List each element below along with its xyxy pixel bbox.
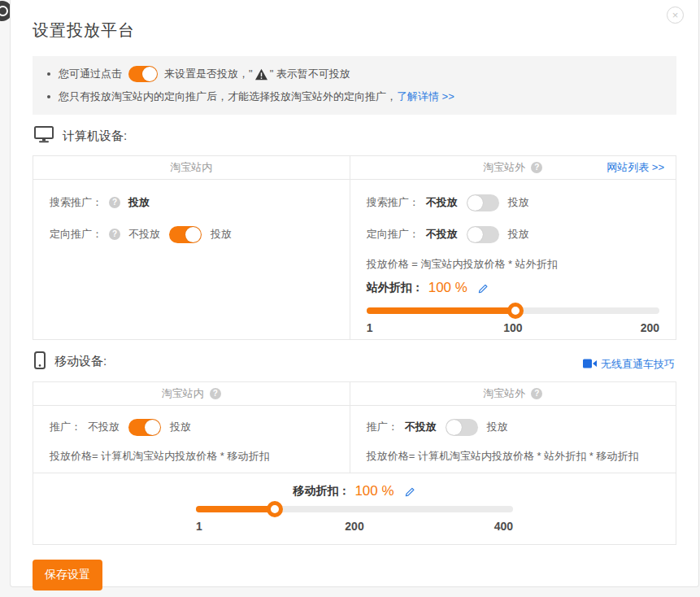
wireless-tips-link[interactable]: 无线直通车技巧 xyxy=(583,357,675,372)
toggle-knob xyxy=(467,195,483,211)
notice-text: " 表示暂不可投放 xyxy=(270,67,350,81)
close-icon[interactable]: × xyxy=(667,7,684,24)
help-icon[interactable]: ? xyxy=(210,388,221,399)
toggle-knob xyxy=(446,420,462,435)
slider-track[interactable] xyxy=(367,307,659,314)
mobile-onsite-promo-toggle[interactable] xyxy=(128,419,161,436)
edit-icon[interactable] xyxy=(477,282,489,294)
tick-max: 400 xyxy=(494,520,513,533)
help-icon[interactable]: ? xyxy=(109,197,120,208)
computer-offsite-target-toggle[interactable] xyxy=(467,226,499,243)
slider-handle[interactable] xyxy=(507,303,524,319)
save-settings-button[interactable]: 保存设置 xyxy=(33,560,102,590)
mobile-discount-line: 移动折扣： 100 % xyxy=(33,483,676,499)
help-icon[interactable]: ? xyxy=(109,229,120,240)
toggle-knob xyxy=(467,227,483,242)
site-list-link[interactable]: 网站列表 >> xyxy=(607,160,664,175)
header-label: 淘宝站外 xyxy=(483,386,525,401)
offsite-price-formula: 投放价格 = 淘宝站内投放价格 * 站外折扣 xyxy=(367,257,659,272)
mobile-offsite-cell: 推广： 不投放 投放 投放价格= 计算机淘宝站内投放价格 * 站外折扣 * 移动… xyxy=(350,406,676,473)
tick-min: 1 xyxy=(367,321,373,334)
slider-track[interactable] xyxy=(196,506,513,512)
toggle-on-label: 投放 xyxy=(508,195,529,210)
mobile-offsite-header: 淘宝站外 ? xyxy=(350,382,676,406)
mobile-section-label: 移动设备: xyxy=(54,354,107,369)
row-label: 定向推广： xyxy=(367,227,420,242)
offsite-discount-value: 100 % xyxy=(428,280,467,296)
mobile-discount-value: 100 % xyxy=(354,483,393,499)
discount-label: 移动折扣： xyxy=(293,484,350,499)
computer-section-label: 计算机设备: xyxy=(63,129,127,144)
set-platform-dialog: × 设置投放平台 您可通过点击 来设置是否投放，" " 表示暂不可投放 您只有投… xyxy=(10,0,699,587)
slider-fill xyxy=(196,506,276,512)
notice-line-1: 您可通过点击 来设置是否投放，" " 表示暂不可投放 xyxy=(47,63,662,85)
row-label: 推广： xyxy=(367,420,398,434)
mobile-onsite-cell: 推广： 不投放 投放 投放价格= 计算机淘宝站内投放价格 * 移动折扣 xyxy=(33,406,350,473)
slider-ticks: 1 100 200 xyxy=(367,321,659,336)
toggle-knob xyxy=(142,67,157,81)
mobile-onsite-header: 淘宝站内 ? xyxy=(33,382,350,406)
row-label: 推广： xyxy=(50,420,81,434)
search-status-value: 投放 xyxy=(128,195,150,210)
demo-toggle[interactable] xyxy=(128,66,158,82)
computer-onsite-search-row: 搜索推广： ? 投放 xyxy=(50,193,333,212)
mobile-onsite-promo-row: 推广： 不投放 投放 xyxy=(50,417,333,437)
bullet-icon xyxy=(47,95,50,98)
computer-onsite-target-row: 定向推广： ? 不投放 投放 xyxy=(50,224,333,244)
mobile-section-title: 移动设备: xyxy=(34,351,107,372)
mobile-offsite-promo-row: 推广： 不投放 投放 xyxy=(367,417,659,437)
page-title: 设置投放平台 xyxy=(33,20,676,41)
edit-icon[interactable] xyxy=(404,486,416,498)
notice-box: 您可通过点击 来设置是否投放，" " 表示暂不可投放 您只有投放淘宝站内的定向推… xyxy=(33,56,676,115)
slider-ticks: 1 200 400 xyxy=(196,520,513,534)
offsite-discount-slider: 1 100 200 xyxy=(367,307,659,336)
header-label: 淘宝站内 xyxy=(162,386,204,401)
tick-mid: 200 xyxy=(345,520,363,533)
notice-line-2: 您只有投放淘宝站内的定向推广后，才能选择投放淘宝站外的定向推广， 了解详情 >> xyxy=(47,85,662,108)
row-label: 搜索推广： xyxy=(50,195,102,210)
warning-icon xyxy=(254,68,268,81)
slider-handle[interactable] xyxy=(267,501,283,517)
toggle-on-label: 投放 xyxy=(211,227,232,242)
computer-icon xyxy=(34,126,54,146)
toggle-knob xyxy=(185,227,201,242)
toggle-off-label: 不投放 xyxy=(405,420,437,434)
computer-offsite-cell: 搜索推广： 不投放 投放 定向推广： 不投放 投放 投放价格 = 淘宝站内投放价… xyxy=(350,180,676,339)
computer-offsite-search-toggle[interactable] xyxy=(467,194,499,211)
computer-onsite-target-toggle[interactable] xyxy=(169,226,202,243)
offsite-discount-row: 站外折扣： 100 % xyxy=(367,280,659,296)
slider-fill xyxy=(367,307,516,314)
toggle-on-label: 投放 xyxy=(487,420,508,434)
computer-onsite-header: 淘宝站内 xyxy=(33,156,350,180)
mobile-offsite-promo-toggle[interactable] xyxy=(446,419,478,436)
toggle-on-label: 投放 xyxy=(170,420,191,434)
help-icon[interactable]: ? xyxy=(531,162,542,173)
video-icon xyxy=(583,359,597,371)
notice-text: 您只有投放淘宝站内的定向推广后，才能选择投放淘宝站外的定向推广， xyxy=(59,89,397,104)
row-label: 定向推广： xyxy=(50,227,102,242)
toggle-off-label: 不投放 xyxy=(88,420,120,434)
tick-mid: 100 xyxy=(503,321,522,334)
bullet-icon xyxy=(47,72,50,76)
computer-onsite-cell: 搜索推广： ? 投放 定向推广： ? 不投放 投放 xyxy=(33,180,350,339)
computer-offsite-header: 淘宝站外 ? 网站列表 >> xyxy=(350,156,676,180)
mobile-table: 淘宝站内 ? 淘宝站外 ? 推广： 不投放 投放 投放价格= 计算机淘宝站内投放… xyxy=(33,381,676,545)
mobile-discount-row: 移动折扣： 100 % 1 200 400 xyxy=(33,473,676,544)
help-icon[interactable]: ? xyxy=(531,388,542,399)
wireless-tips-label: 无线直通车技巧 xyxy=(601,357,675,372)
computer-section-head: 计算机设备: xyxy=(34,126,675,146)
mobile-icon xyxy=(34,351,46,372)
mobile-offsite-price-formula: 投放价格= 计算机淘宝站内投放价格 * 站外折扣 * 移动折扣 xyxy=(367,449,659,464)
mobile-section-head: 移动设备: 无线直通车技巧 xyxy=(34,351,675,372)
computer-table: 淘宝站内 淘宝站外 ? 网站列表 >> 搜索推广： ? 投放 定向推广： ? 不… xyxy=(33,155,676,340)
notice-text: 您可通过点击 xyxy=(59,67,122,81)
header-label: 淘宝站外 xyxy=(483,160,525,175)
mobile-onsite-price-formula: 投放价格= 计算机淘宝站内投放价格 * 移动折扣 xyxy=(50,449,333,464)
learn-more-link[interactable]: 了解详情 >> xyxy=(397,89,454,104)
tick-max: 200 xyxy=(641,321,659,334)
toggle-knob xyxy=(145,420,160,435)
toggle-off-label: 不投放 xyxy=(426,195,458,210)
toggle-off-label: 不投放 xyxy=(426,227,458,242)
discount-label: 站外折扣： xyxy=(367,281,424,295)
computer-offsite-search-row: 搜索推广： 不投放 投放 xyxy=(367,193,659,212)
